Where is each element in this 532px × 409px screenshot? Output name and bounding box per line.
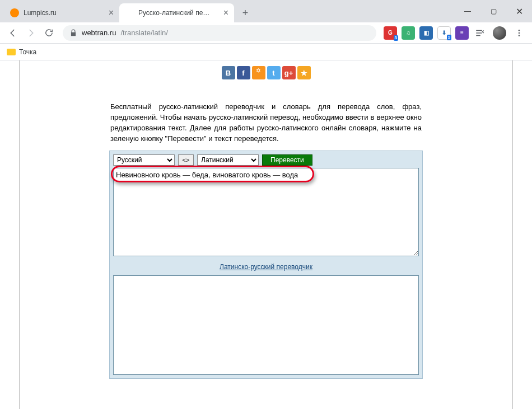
close-icon[interactable]: ×: [109, 8, 114, 18]
gplus-icon[interactable]: g+: [282, 66, 296, 79]
address-bar[interactable]: webtran.ru/translate/latin/: [63, 25, 376, 41]
swap-languages-button[interactable]: <>: [178, 154, 194, 166]
svg-point-0: [519, 30, 520, 31]
back-button[interactable]: [4, 25, 21, 41]
extension-icon[interactable]: G3: [384, 26, 397, 40]
source-text-input[interactable]: [113, 168, 419, 256]
folder-icon: [7, 49, 16, 55]
profile-avatar[interactable]: [493, 26, 506, 40]
favicon-webtran: [125, 8, 134, 17]
lock-icon: [69, 29, 77, 37]
reverse-translator-link[interactable]: Латинско-русский переводчик: [220, 263, 312, 271]
translate-button[interactable]: Перевести: [262, 154, 312, 166]
facebook-icon[interactable]: f: [237, 66, 250, 79]
reload-button[interactable]: [40, 25, 57, 41]
reading-list-icon[interactable]: [472, 25, 488, 41]
menu-button[interactable]: [511, 25, 528, 41]
close-window-button[interactable]: ✕: [506, 0, 532, 22]
forward-button[interactable]: [22, 25, 39, 41]
tab-title: Lumpics.ru: [24, 9, 57, 17]
ok-icon[interactable]: ꙳: [252, 66, 265, 79]
url-host: webtran.ru: [82, 29, 116, 37]
target-language-select[interactable]: Латинский: [197, 154, 259, 166]
extension-icon[interactable]: ⬇1: [437, 26, 451, 40]
bookmarks-bar: Точка: [0, 44, 532, 60]
maximize-button[interactable]: ▢: [480, 0, 506, 22]
favorite-icon[interactable]: ★: [297, 66, 311, 79]
vk-icon[interactable]: B: [222, 66, 235, 79]
extension-icon[interactable]: ≡: [455, 26, 469, 40]
social-share-bar: B f ꙳ t g+ ★: [20, 66, 512, 79]
intro-text: Бесплатный русско-латинский переводчик и…: [109, 102, 423, 144]
tab-title: Русско-латинский переводчик: [138, 9, 211, 17]
svg-point-2: [519, 35, 520, 36]
twitter-icon[interactable]: t: [267, 66, 281, 79]
window-titlebar: Lumpics.ru × Русско-латинский переводчик…: [0, 0, 532, 22]
tab-webtran[interactable]: Русско-латинский переводчик ×: [119, 3, 234, 22]
favicon-lumpics: [10, 8, 19, 17]
browser-toolbar: webtran.ru/translate/latin/ G3 ♫ ◧ ⬇1 ≡: [0, 22, 532, 44]
tab-lumpics[interactable]: Lumpics.ru ×: [4, 3, 119, 22]
minimize-button[interactable]: —: [455, 0, 480, 22]
extension-icon[interactable]: ♫: [402, 26, 415, 40]
svg-point-1: [519, 32, 520, 34]
translator-panel: Русский <> Латинский Перевести Латинско-…: [109, 151, 423, 379]
source-language-select[interactable]: Русский: [113, 154, 175, 166]
page-viewport: B f ꙳ t g+ ★ Бесплатный русско-латинский…: [0, 60, 532, 409]
translation-output: [113, 275, 419, 375]
window-controls: — ▢ ✕: [455, 0, 532, 22]
new-tab-button[interactable]: +: [237, 5, 253, 21]
extension-icon[interactable]: ◧: [419, 26, 433, 40]
url-path: /translate/latin/: [120, 29, 168, 37]
bookmark-folder[interactable]: Точка: [19, 48, 36, 56]
close-icon[interactable]: ×: [223, 8, 228, 18]
